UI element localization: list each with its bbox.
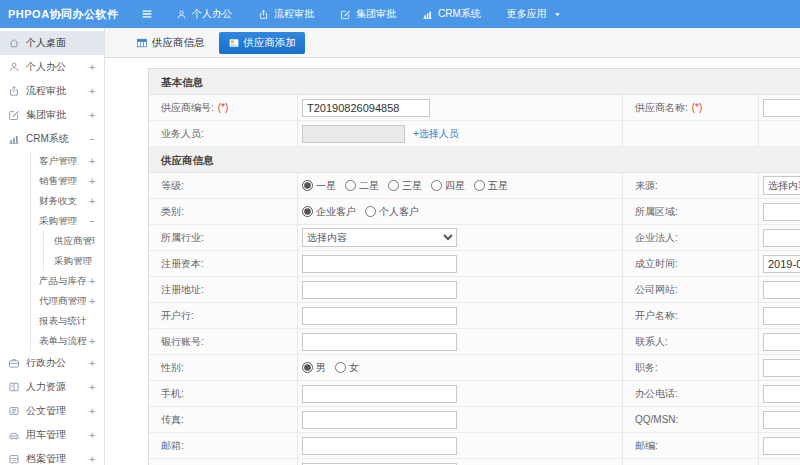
expand-plus-icon[interactable]: + bbox=[87, 296, 95, 307]
level-radio-group-radio-2[interactable] bbox=[388, 180, 399, 191]
level-radio-group-radio-3[interactable] bbox=[431, 180, 442, 191]
office-phone-input[interactable] bbox=[763, 385, 800, 403]
expand-plus-icon[interactable]: + bbox=[87, 110, 95, 121]
source-select[interactable]: 选择内容 bbox=[763, 176, 800, 195]
expand-plus-icon[interactable]: + bbox=[87, 176, 95, 187]
sidebar-item-admin-office[interactable]: 行政办公+ bbox=[0, 351, 104, 375]
form-row: 手机:办公电话: bbox=[149, 381, 800, 407]
sidebar-item-purchase-mgmt[interactable]: 采购管理− bbox=[31, 211, 104, 231]
expand-plus-icon[interactable]: + bbox=[87, 86, 95, 97]
sidebar-item-product-inventory[interactable]: 产品与库存+ bbox=[31, 271, 104, 291]
level-radio-group-option-2[interactable]: 三星 bbox=[388, 179, 422, 193]
gender-radio-group-radio-0[interactable] bbox=[302, 362, 313, 373]
form-label-cell: 供应商编号:(*) bbox=[149, 95, 298, 120]
sidebar-item-personal-office[interactable]: 个人办公+ bbox=[0, 55, 104, 79]
sidebar-item-customer-mgmt[interactable]: 客户管理+ bbox=[31, 151, 104, 171]
contact-person-input[interactable] bbox=[763, 333, 800, 351]
sidebar-item-crm-system[interactable]: CRM系统− bbox=[0, 127, 104, 151]
nav-item-crm-system[interactable]: CRM系统 bbox=[422, 7, 481, 21]
expand-plus-icon[interactable]: + bbox=[87, 382, 95, 393]
form-label-cell: 手机: bbox=[149, 381, 298, 406]
sidebar-item-human-resources[interactable]: 人力资源+ bbox=[0, 375, 104, 399]
level-radio-group-radio-1[interactable] bbox=[345, 180, 356, 191]
region-input[interactable] bbox=[763, 203, 800, 221]
sidebar-item-agent-mgmt[interactable]: 代理商管理+ bbox=[31, 291, 104, 311]
level-radio-group-option-0[interactable]: 一星 bbox=[302, 179, 336, 193]
level-radio-group-radio-4[interactable] bbox=[474, 180, 485, 191]
expand-plus-icon[interactable]: + bbox=[87, 336, 95, 347]
legal-person-input[interactable] bbox=[763, 229, 800, 247]
hamburger-menu-icon[interactable] bbox=[140, 7, 154, 21]
car-icon bbox=[8, 429, 20, 441]
nav-item-more-apps[interactable]: 更多应用 bbox=[507, 7, 563, 21]
sidebar-item-report-statistics[interactable]: 报表与统计 bbox=[31, 311, 104, 331]
tab-label: 供应商添加 bbox=[244, 36, 297, 50]
industry-select[interactable]: 选择内容 bbox=[302, 228, 457, 247]
sidebar-item-personal-desktop[interactable]: 个人桌面 bbox=[0, 31, 104, 55]
form-field-cell: 选择内容 bbox=[298, 225, 623, 250]
sidebar-item-vehicle-mgmt[interactable]: 用车管理+ bbox=[0, 423, 104, 447]
sidebar-item-group-approval[interactable]: 集团审批+ bbox=[0, 103, 104, 127]
sidebar-item-supplier-mgmt[interactable]: 供应商管理 bbox=[44, 231, 104, 251]
supplier-name-input[interactable] bbox=[763, 99, 800, 117]
tab-supplier-add[interactable]: 供应商添加 bbox=[219, 32, 306, 54]
category-radio-group-radio-1[interactable] bbox=[365, 206, 376, 217]
business-staff-input[interactable] bbox=[302, 125, 405, 143]
nav-item-process-approval[interactable]: 流程审批 bbox=[258, 7, 314, 21]
collapse-minus-icon[interactable]: − bbox=[87, 134, 95, 145]
sidebar-item-finance-income-expense[interactable]: 财务收支+ bbox=[31, 191, 104, 211]
account-name-input[interactable] bbox=[763, 307, 800, 325]
expand-plus-icon[interactable]: + bbox=[87, 358, 95, 369]
form-field-cell bbox=[759, 459, 800, 465]
sidebar-item-purchase-mgmt-sub[interactable]: 采购管理 bbox=[44, 251, 104, 271]
collapse-minus-icon[interactable]: − bbox=[87, 216, 95, 227]
expand-plus-icon[interactable]: + bbox=[87, 156, 95, 167]
sidebar-item-archive-mgmt[interactable]: 档案管理+ bbox=[0, 447, 104, 465]
gender-radio-group-radio-1[interactable] bbox=[335, 362, 346, 373]
form-field-cell bbox=[759, 329, 800, 354]
nav-item-personal-office[interactable]: 个人办公 bbox=[176, 7, 232, 21]
sidebar-item-process-approval[interactable]: 流程审批+ bbox=[0, 79, 104, 103]
fax-input[interactable] bbox=[302, 411, 457, 429]
level-radio-group-option-4[interactable]: 五星 bbox=[474, 179, 508, 193]
expand-plus-icon[interactable]: + bbox=[87, 430, 95, 441]
form-label-cell: 所属行业: bbox=[149, 225, 298, 250]
qq-msn-input[interactable] bbox=[763, 411, 800, 429]
gender-radio-group-option-1[interactable]: 女 bbox=[335, 361, 359, 375]
sidebar-item-form-flow-settings[interactable]: 表单与流程设置+ bbox=[31, 331, 104, 351]
company-website-input[interactable] bbox=[763, 281, 800, 299]
sidebar-item-sales-mgmt[interactable]: 销售管理+ bbox=[31, 171, 104, 191]
nav-item-label: CRM系统 bbox=[438, 7, 481, 21]
form-label-cell: 传真: bbox=[149, 407, 298, 432]
expand-plus-icon[interactable]: + bbox=[87, 62, 95, 73]
postcode-input[interactable] bbox=[763, 437, 800, 455]
category-radio-group-option-1[interactable]: 个人客户 bbox=[365, 205, 419, 219]
email-input[interactable] bbox=[302, 437, 457, 455]
expand-plus-icon[interactable]: + bbox=[87, 454, 95, 465]
supplier-code-input[interactable] bbox=[302, 99, 430, 117]
category-radio-group-radio-0[interactable] bbox=[302, 206, 313, 217]
gender-radio-group-option-0[interactable]: 男 bbox=[302, 361, 326, 375]
form-row: 供应商编号:(*)供应商名称:(*) bbox=[149, 95, 800, 121]
bank-input[interactable] bbox=[302, 307, 457, 325]
user-icon bbox=[8, 61, 20, 73]
registered-address-input-label: 注册地址: bbox=[161, 283, 204, 297]
expand-plus-icon[interactable]: + bbox=[87, 406, 95, 417]
select-person-link[interactable]: +选择人员 bbox=[413, 127, 459, 141]
founding-date-input[interactable] bbox=[763, 255, 800, 273]
mobile-input[interactable] bbox=[302, 385, 457, 403]
registered-capital-input[interactable] bbox=[302, 255, 457, 273]
job-title-input[interactable] bbox=[763, 359, 800, 377]
level-radio-group-option-1[interactable]: 二星 bbox=[345, 179, 379, 193]
sidebar-item-document-mgmt[interactable]: 公文管理+ bbox=[0, 399, 104, 423]
registered-address-input[interactable] bbox=[302, 281, 457, 299]
level-radio-group-radio-0[interactable] bbox=[302, 180, 313, 191]
radio-option-label: 女 bbox=[349, 361, 359, 375]
expand-plus-icon[interactable]: + bbox=[87, 196, 95, 207]
tab-supplier-info[interactable]: 供应商信息 bbox=[130, 32, 211, 54]
level-radio-group-option-3[interactable]: 四星 bbox=[431, 179, 465, 193]
category-radio-group-option-0[interactable]: 企业客户 bbox=[302, 205, 356, 219]
bank-account-input[interactable] bbox=[302, 333, 457, 351]
nav-item-group-approval[interactable]: 集团审批 bbox=[340, 7, 396, 21]
expand-plus-icon[interactable]: + bbox=[87, 276, 95, 287]
